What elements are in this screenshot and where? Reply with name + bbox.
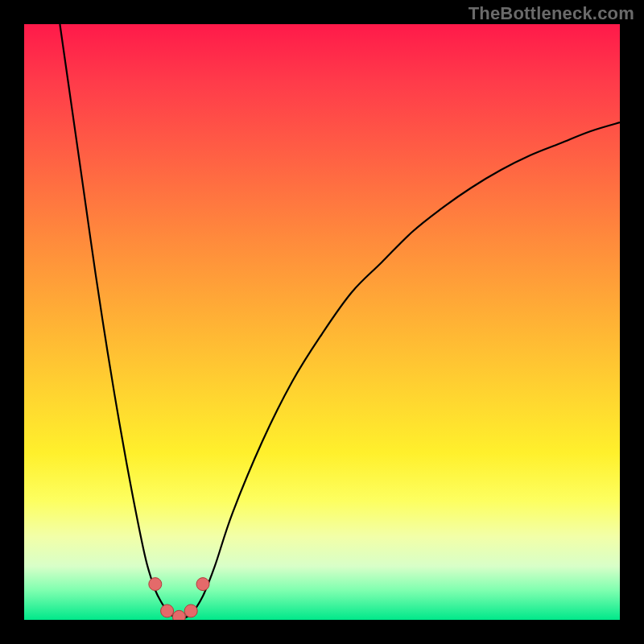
- chart-svg: [24, 24, 620, 620]
- curve-marker: [184, 605, 197, 617]
- curve-marker: [172, 610, 185, 620]
- curve-marker: [196, 578, 209, 591]
- bottleneck-curve-left: [60, 24, 179, 620]
- curve-marker: [149, 578, 162, 591]
- chart-plot-area: [24, 24, 620, 620]
- curve-markers-group: [149, 578, 209, 620]
- bottleneck-curve-right: [179, 122, 620, 620]
- attribution-label: TheBottleneck.com: [469, 3, 634, 24]
- curve-marker: [161, 605, 174, 617]
